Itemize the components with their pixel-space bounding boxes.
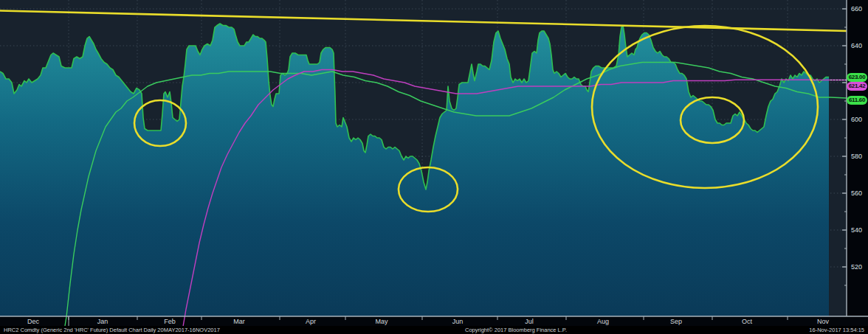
price-chart[interactable] bbox=[0, 0, 868, 334]
x-axis-month-label: May bbox=[375, 319, 388, 325]
x-axis-month-label: Sep bbox=[670, 319, 682, 325]
x-axis-month-label: Jan bbox=[97, 319, 108, 325]
copyright-notice: Copyright© 2017 Bloomberg Finance L.P. bbox=[465, 327, 567, 333]
x-axis-month-label: Jul bbox=[525, 319, 534, 325]
bloomberg-chart-window: 660640620600580560540520 Dec2016JanFebMa… bbox=[0, 0, 868, 334]
x-axis-month-label: Aug bbox=[597, 319, 609, 325]
x-axis-month-label: Feb bbox=[164, 319, 176, 325]
x-axis-month-label: Mar bbox=[233, 319, 245, 325]
timestamp: 16-Nov-2017 13:54:15 bbox=[809, 327, 864, 333]
right-axis-gutter bbox=[847, 0, 868, 334]
y-axis-tick-label: 560 bbox=[851, 190, 862, 197]
y-axis-tick-label: 580 bbox=[851, 153, 862, 160]
x-axis-month-label: Oct bbox=[742, 319, 752, 325]
y-axis-tick-label: 660 bbox=[851, 6, 862, 13]
last-price-pill: 623.00 bbox=[847, 73, 867, 82]
y-axis-tick-label: 540 bbox=[851, 227, 862, 234]
chart-description: HRC2 Comdty (Generic 2nd 'HRC' Future) D… bbox=[4, 327, 220, 333]
y-axis-tick-label: 520 bbox=[851, 264, 862, 271]
x-axis-month-label: Nov bbox=[817, 319, 829, 325]
green-ma-pill: 611.60 bbox=[847, 96, 867, 105]
y-axis-tick-label: 640 bbox=[851, 43, 862, 49]
x-axis-month-label: Apr bbox=[306, 319, 316, 325]
magenta-ma-pill: 621.42 bbox=[847, 82, 867, 91]
footer-bar: HRC2 Comdty (Generic 2nd 'HRC' Future) D… bbox=[0, 326, 868, 334]
y-axis-tick-label: 600 bbox=[851, 116, 862, 123]
